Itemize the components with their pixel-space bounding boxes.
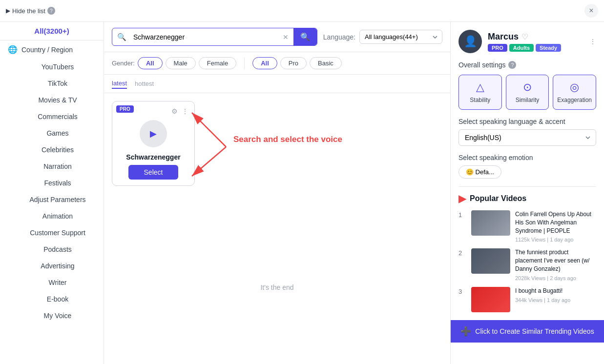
sidebar-item-e-book[interactable]: E-book (0, 291, 104, 307)
tab-latest[interactable]: latest (112, 79, 127, 89)
youtube-icon: ▶ (458, 193, 466, 204)
sidebar-item-label: TikTok (48, 80, 67, 87)
exaggeration-label: Exaggeration (557, 97, 592, 103)
speaking-language-select[interactable]: English(US) (458, 129, 596, 146)
video-meta: 1125k Views | 1 day ago (515, 237, 596, 243)
sidebar-item-country-region[interactable]: 🌐 Country / Region (0, 40, 104, 59)
badge-row: PRO Adults Steady (488, 44, 583, 52)
gender-female-button[interactable]: Female (199, 57, 236, 69)
video-thumbnail[interactable] (471, 287, 510, 312)
sidebar-item-label: Commercials (38, 113, 78, 121)
sidebar-item-celebrities[interactable]: Celebrities (0, 142, 104, 158)
sidebar: All(3200+) 🌐 Country / Region YouTubers … (0, 22, 104, 364)
language-select[interactable]: All languages(44+) (359, 30, 442, 44)
sidebar-item-my-voice[interactable]: My Voice (0, 307, 104, 324)
sidebar-all-item[interactable]: All(3200+) (0, 22, 104, 40)
stability-label: Stability (470, 97, 490, 103)
sidebar-item-tiktok[interactable]: TikTok (0, 75, 104, 92)
voice-avatar[interactable]: ▶ (140, 120, 167, 147)
play-icon: ▶ (150, 128, 157, 139)
chevron-left-icon: ▶ (6, 7, 10, 14)
video-item: 1 Colin Farrell Opens Up About His Son W… (458, 210, 596, 243)
type-all-button[interactable]: All (252, 57, 277, 69)
video-title[interactable]: The funniest product placement I've ever… (515, 248, 596, 273)
sidebar-item-movies-tv[interactable]: Movies & TV (0, 92, 104, 108)
annotation-text: Search and select the voice (233, 135, 342, 144)
popular-videos-header: ▶ Popular Videos (458, 193, 596, 204)
type-basic-button[interactable]: Basic (310, 57, 342, 69)
sidebar-item-label: Country / Region (21, 46, 73, 54)
sidebar-item-writer[interactable]: Writer (0, 274, 104, 291)
tab-hottest[interactable]: hottest (135, 79, 154, 89)
video-title[interactable]: I bought a Bugatti! (515, 287, 596, 295)
sidebar-item-games[interactable]: Games (0, 125, 104, 142)
sidebar-item-label: Podcasts (43, 245, 72, 253)
video-item: 2 The funniest product placement I've ev… (458, 248, 596, 281)
emotion-default-button[interactable]: 😊 Defa... (458, 165, 501, 179)
gender-all-button[interactable]: All (138, 57, 163, 69)
tab-row: latest hottest (104, 75, 450, 93)
video-thumbnail[interactable] (471, 210, 510, 236)
search-clear-button[interactable]: ✕ (278, 33, 293, 41)
search-submit-button[interactable]: 🔍 (293, 28, 317, 45)
gender-male-button[interactable]: Male (166, 57, 196, 69)
hide-list-button[interactable]: ▶ Hide the list ? (6, 7, 55, 15)
sidebar-item-customer-support[interactable]: Customer Support (0, 224, 104, 241)
sidebar-item-youtubers[interactable]: YouTubers (0, 59, 104, 75)
video-num: 1 (458, 210, 466, 219)
overall-settings-help: ? (508, 61, 516, 69)
search-input[interactable] (131, 29, 278, 45)
user-name-row: Marcus ♡ (488, 32, 583, 42)
video-info: The funniest product placement I've ever… (515, 248, 596, 281)
end-text: It's the end (112, 264, 442, 311)
svg-line-2 (192, 147, 226, 176)
sidebar-item-festivals[interactable]: Festivals (0, 175, 104, 191)
voice-name: Schwarzenegger (126, 153, 180, 161)
create-similar-bar[interactable]: ➕ Click to Create Similar Trending Video… (451, 320, 604, 343)
sidebar-item-animation[interactable]: Animation (0, 208, 104, 224)
type-pro-button[interactable]: Pro (280, 57, 307, 69)
more-options-button[interactable]: ⋮ (182, 107, 188, 115)
sidebar-item-label: Celebrities (42, 146, 74, 154)
video-meta: 2028k Views | 2 days ago (515, 275, 596, 281)
stability-card[interactable]: △ Stability (458, 75, 502, 110)
close-button[interactable]: × (584, 4, 598, 18)
similarity-card[interactable]: ⊙ Similarity (506, 75, 549, 110)
sidebar-item-label: My Voice (44, 312, 72, 320)
sidebar-item-label: Festivals (44, 179, 71, 187)
select-voice-button[interactable]: Select (128, 165, 179, 180)
video-meta: 344k Views | 1 day ago (515, 297, 596, 303)
pro-badge: PRO (116, 105, 134, 113)
similarity-icon: ⊙ (523, 81, 532, 94)
video-title[interactable]: Colin Farrell Opens Up About His Son Wit… (515, 210, 596, 235)
badge-pro: PRO (488, 44, 507, 52)
content-area: 🔍 ✕ 🔍 Language: All languages(44+) Gende… (104, 22, 450, 364)
heart-icon[interactable]: ♡ (521, 32, 528, 41)
search-box: 🔍 ✕ 🔍 (112, 28, 317, 46)
top-bar: ▶ Hide the list ? × (0, 0, 604, 22)
top-bar-left: ▶ Hide the list ? (6, 7, 55, 15)
exaggeration-card[interactable]: ◎ Exaggeration (553, 75, 596, 110)
hide-list-label: Hide the list (12, 7, 45, 15)
right-panel-inner: 👤 Marcus ♡ PRO Adults Steady ⋮ (451, 22, 604, 320)
sidebar-item-commercials[interactable]: Commercials (0, 108, 104, 125)
user-avatar: 👤 (458, 30, 482, 53)
sidebar-item-adjust-params[interactable]: Adjust Parameters (0, 191, 104, 208)
user-avatar-icon: 👤 (464, 35, 477, 48)
sidebar-item-narration[interactable]: Narration (0, 158, 104, 175)
sidebar-item-label: Advertising (41, 262, 74, 270)
settings-icon-button[interactable]: ⚙ (171, 107, 178, 115)
sidebar-item-label: Animation (42, 212, 73, 220)
speaking-emotion-label: Select speaking emotion (458, 154, 596, 162)
video-list: 1 Colin Farrell Opens Up About His Son W… (458, 210, 596, 312)
filter-divider (244, 58, 245, 69)
video-thumbnail[interactable] (471, 248, 510, 274)
svg-line-1 (192, 113, 226, 147)
sidebar-item-podcasts[interactable]: Podcasts (0, 241, 104, 258)
popular-videos-title: Popular Videos (470, 194, 526, 203)
sidebar-item-advertising[interactable]: Advertising (0, 258, 104, 274)
video-num: 3 (458, 287, 466, 295)
sidebar-item-label: Games (46, 129, 68, 137)
user-menu-dots[interactable]: ⋮ (589, 38, 596, 45)
main-layout: All(3200+) 🌐 Country / Region YouTubers … (0, 22, 604, 364)
